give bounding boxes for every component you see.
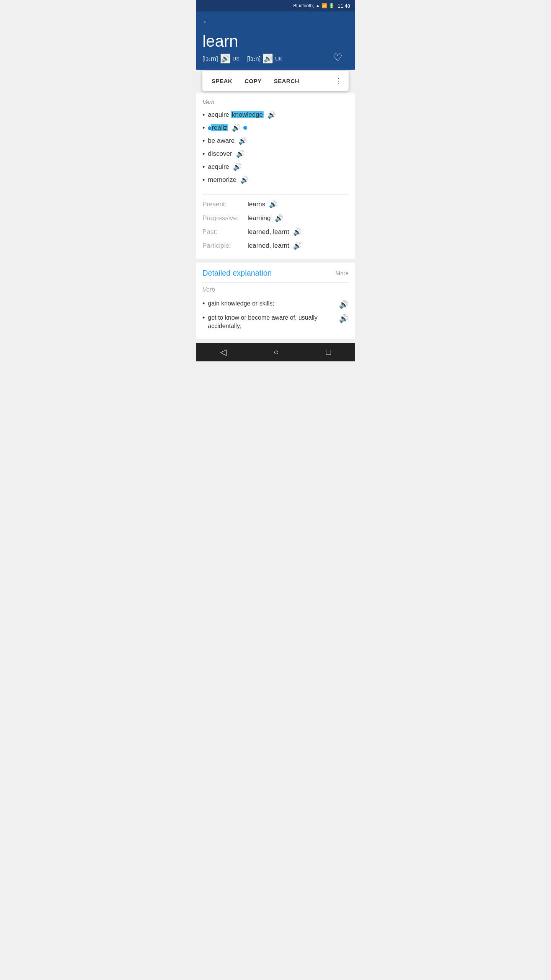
- pronunciation-uk-label: UK: [275, 56, 282, 62]
- conjugation-progressive-label: Progressive:: [202, 214, 245, 222]
- conjugation-present-label: Present:: [202, 201, 245, 208]
- selected-knowledge: knowledge: [231, 111, 264, 118]
- list-item: acquire knowledge 🔊: [202, 108, 349, 121]
- conjugation-progressive-value: learning: [248, 214, 271, 222]
- nav-back-button[interactable]: ◁: [220, 347, 227, 357]
- context-speak-button[interactable]: SPEAK: [205, 72, 238, 90]
- speaker-button[interactable]: 🔊: [235, 150, 245, 158]
- synonyms-pos-label: Verb: [202, 99, 349, 105]
- pronunciations: [lɜːrn] 🔊 US [lɜːn] 🔊 UK: [202, 54, 349, 64]
- speaker-us-button[interactable]: 🔊: [220, 54, 230, 64]
- speaker-button[interactable]: 🔊: [231, 124, 241, 132]
- conjugation-participle: Participle: learned, learnt 🔊: [202, 239, 349, 253]
- speaker-progressive-button[interactable]: 🔊: [274, 214, 284, 222]
- conjugation-present: Present: learns 🔊: [202, 198, 349, 211]
- pronunciation-us-text: [lɜːrn]: [202, 55, 218, 62]
- divider: [202, 194, 349, 194]
- context-more-button[interactable]: ⋮: [332, 71, 346, 91]
- context-search-button[interactable]: SEARCH: [268, 72, 305, 90]
- speaker-button[interactable]: 🔊: [232, 163, 242, 171]
- speaker-def-button[interactable]: 🔊: [339, 300, 349, 309]
- list-item: discover 🔊: [202, 147, 349, 160]
- synonyms-section: Verb acquire knowledge 🔊 realiz 🔊 be awa…: [196, 93, 355, 259]
- pronunciation-uk: [lɜːn] 🔊 UK: [247, 54, 282, 64]
- synonym-list: acquire knowledge 🔊 realiz 🔊 be aware 🔊 …: [202, 108, 349, 186]
- word-title: learn: [202, 32, 349, 51]
- speaker-button[interactable]: 🔊: [238, 137, 248, 145]
- bluetooth-icon: Bluetooth;: [293, 3, 314, 8]
- header: ← learn ♡ [lɜːrn] 🔊 US [lɜːn] 🔊 UK SPEAK…: [196, 11, 355, 70]
- definition-text: gain knowledge or skills;: [208, 299, 336, 308]
- definition-item: get to know or become aware of, usually …: [202, 311, 349, 333]
- list-item: realiz 🔊: [202, 121, 349, 134]
- conjugation-past-value: learned, learnt: [248, 228, 289, 236]
- synonym-text: acquire: [208, 163, 229, 171]
- speaker-button[interactable]: 🔊: [240, 176, 249, 184]
- pronunciation-us-label: US: [233, 56, 240, 62]
- synonym-text: be aware: [208, 137, 235, 145]
- signal-icon: 📶: [321, 3, 327, 8]
- conjugation-participle-label: Participle:: [202, 242, 245, 250]
- definition-text: get to know or become aware of, usually …: [208, 314, 336, 331]
- synonym-text: discover: [208, 150, 232, 158]
- detail-pos-label: Verb: [202, 286, 349, 293]
- detailed-explanation-section: Detailed explanation More Verb gain know…: [196, 263, 355, 339]
- pronunciation-uk-text: [lɜːn]: [247, 55, 261, 62]
- divider: [202, 282, 349, 283]
- pronunciation-us: [lɜːrn] 🔊 US: [202, 54, 240, 64]
- selected-realiz: realiz: [211, 124, 228, 131]
- nav-home-button[interactable]: ○: [274, 347, 279, 357]
- speaker-def-button[interactable]: 🔊: [339, 314, 349, 323]
- context-copy-button[interactable]: COPY: [238, 72, 268, 90]
- synonym-text: memorize: [208, 176, 236, 184]
- detail-header: Detailed explanation More: [202, 269, 349, 278]
- list-item: memorize 🔊: [202, 173, 349, 186]
- favorite-button[interactable]: ♡: [333, 51, 342, 64]
- status-bar: Bluetooth; ▲ 📶 🔋 11:48: [196, 0, 355, 11]
- battery-icon: 🔋: [329, 3, 334, 8]
- selection-handle-right: [243, 126, 247, 130]
- definition-item: gain knowledge or skills; 🔊: [202, 297, 349, 311]
- synonym-text: realiz: [208, 124, 228, 132]
- speaker-participle-button[interactable]: 🔊: [292, 242, 302, 250]
- synonym-text: acquire knowledge: [208, 111, 264, 119]
- speaker-present-button[interactable]: 🔊: [268, 200, 278, 209]
- nav-recents-button[interactable]: □: [326, 347, 331, 357]
- more-link[interactable]: More: [336, 270, 349, 276]
- conjugation-present-value: learns: [248, 201, 265, 208]
- header-top: ←: [202, 15, 349, 28]
- status-icons: Bluetooth; ▲ 📶 🔋 11:48: [293, 3, 350, 9]
- conjugation-progressive: Progressive: learning 🔊: [202, 211, 349, 225]
- conjugation-past-label: Past:: [202, 228, 245, 236]
- speaker-past-button[interactable]: 🔊: [292, 228, 302, 236]
- navigation-bar: ◁ ○ □: [196, 343, 355, 361]
- conjugation-section: Present: learns 🔊 Progressive: learning …: [202, 198, 349, 253]
- detail-title: Detailed explanation: [202, 269, 272, 278]
- speaker-button[interactable]: 🔊: [267, 111, 277, 119]
- list-item: be aware 🔊: [202, 134, 349, 147]
- wifi-icon: ▲: [316, 3, 320, 8]
- time-display: 11:48: [337, 3, 350, 9]
- speaker-uk-button[interactable]: 🔊: [263, 54, 273, 64]
- conjugation-participle-value: learned, learnt: [248, 242, 289, 250]
- back-button[interactable]: ←: [202, 15, 214, 28]
- context-menu: SPEAK COPY SEARCH ⋮: [202, 71, 349, 91]
- list-item: acquire 🔊: [202, 160, 349, 173]
- conjugation-past: Past: learned, learnt 🔊: [202, 225, 349, 239]
